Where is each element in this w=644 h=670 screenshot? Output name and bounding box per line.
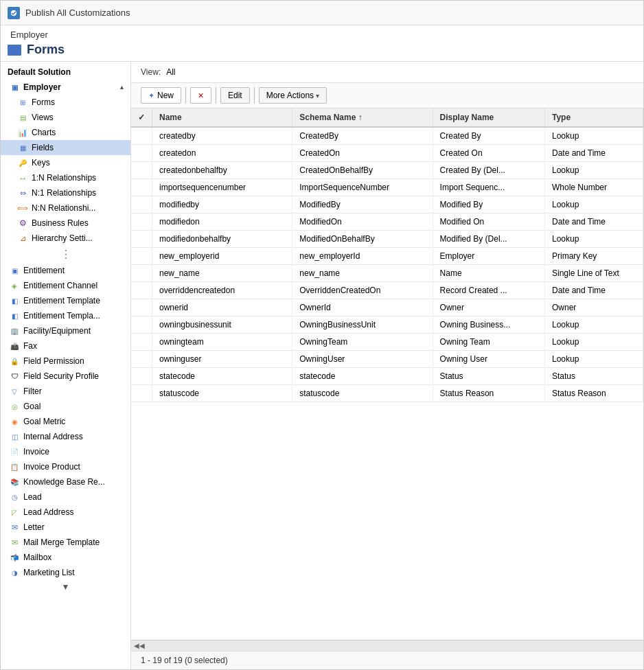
sidebar-item-views[interactable]: Views xyxy=(1,110,130,125)
employer-label: Employer xyxy=(23,82,61,92)
sidebar-item-letter[interactable]: Letter xyxy=(1,520,130,535)
sidebar-item-ent-template[interactable]: Entitlement Template xyxy=(1,293,130,308)
sidebar-item-goalmetric[interactable]: Goal Metric xyxy=(1,414,130,429)
table-row[interactable]: statecode statecode Status Status xyxy=(131,368,643,385)
sidebar-item-facility[interactable]: Facility/Equipment xyxy=(1,323,130,338)
sidebar-item-employer[interactable]: Employer ▲ xyxy=(1,80,130,95)
row-check-9[interactable] xyxy=(131,282,152,299)
row-check-0[interactable] xyxy=(131,127,152,145)
toolbar-separator-2 xyxy=(216,87,216,104)
row-schema-9: OverriddenCreatedOn xyxy=(292,282,433,299)
facility-label: Facility/Equipment xyxy=(23,326,91,336)
sidebar-item-fieldsec[interactable]: Field Security Profile xyxy=(1,369,130,384)
table-row[interactable]: createdby CreatedBy Created By Lookup xyxy=(131,127,643,145)
table-row[interactable]: ownerid OwnerId Owner Owner xyxy=(131,299,643,316)
row-check-8[interactable] xyxy=(131,265,152,282)
row-display-6: Modified By (Del... xyxy=(433,231,544,248)
col-name-label: Name xyxy=(159,113,182,122)
table-row[interactable]: owninguser OwningUser Owning User Lookup xyxy=(131,351,643,368)
row-check-11[interactable] xyxy=(131,316,152,334)
sidebar-item-hier[interactable]: Hierarchy Setti... xyxy=(1,231,130,246)
row-check-1[interactable] xyxy=(131,145,152,162)
sidebar-item-n1-rel[interactable]: N:1 Relationships xyxy=(1,185,130,200)
sidebar-item-entitlement[interactable]: Entitlement xyxy=(1,263,130,278)
col-header-schema[interactable]: Schema Name ↑ xyxy=(292,108,433,127)
table-row[interactable]: modifiedon ModifiedOn Modified On Date a… xyxy=(131,213,643,231)
table-row[interactable]: modifiedonbehalfby ModifiedOnBehalfBy Mo… xyxy=(131,231,643,248)
sidebar-item-fields[interactable]: Fields xyxy=(1,140,130,155)
table-row[interactable]: new_employerid new_employerId Employer P… xyxy=(131,248,643,265)
horizontal-scrollbar[interactable]: ◀ xyxy=(131,640,643,651)
scroll-left-arrow[interactable]: ◀ xyxy=(134,642,145,649)
table-row[interactable]: modifiedby ModifiedBy Modified By Lookup xyxy=(131,196,643,213)
table-row[interactable]: statuscode statuscode Status Reason Stat… xyxy=(131,385,643,402)
row-display-12: Owning Team xyxy=(433,334,544,351)
leadaddr-icon xyxy=(9,507,20,518)
kb-label: Knowledge Base Re... xyxy=(23,477,105,487)
table-row[interactable]: owningteam OwningTeam Owning Team Lookup xyxy=(131,334,643,351)
row-display-7: Employer xyxy=(433,248,544,265)
scroll-dots[interactable]: ⋮ xyxy=(60,248,71,261)
sidebar-item-1n-rel[interactable]: 1:N Relationships xyxy=(1,170,130,185)
col-schema-label: Schema Name ↑ xyxy=(299,113,362,122)
sidebar-item-mailbox[interactable]: Mailbox xyxy=(1,550,130,565)
row-check-10[interactable] xyxy=(131,299,152,316)
footer-summary: 1 - 19 of 19 (0 selected) xyxy=(141,656,228,665)
sidebar-item-leadaddr[interactable]: Lead Address xyxy=(1,505,130,520)
sidebar-item-intaddr[interactable]: Internal Address xyxy=(1,429,130,444)
row-check-6[interactable] xyxy=(131,231,152,248)
table-row[interactable]: createdon CreatedOn Created On Date and … xyxy=(131,145,643,162)
sidebar-item-invoiceprod[interactable]: Invoice Product xyxy=(1,459,130,474)
edit-button[interactable]: Edit xyxy=(220,87,250,104)
row-display-2: Created By (Del... xyxy=(433,162,544,179)
toolbar-separator-1 xyxy=(185,87,186,104)
row-check-2[interactable] xyxy=(131,162,152,179)
sidebar-item-forms[interactable]: Forms xyxy=(1,95,130,110)
row-check-15[interactable] xyxy=(131,385,152,402)
sidebar-item-nn-rel[interactable]: N:N Relationshi... xyxy=(1,200,130,216)
row-check-4[interactable] xyxy=(131,196,152,213)
sidebar-item-kb[interactable]: Knowledge Base Re... xyxy=(1,474,130,489)
sidebar-item-charts[interactable]: Charts xyxy=(1,125,130,140)
sidebar-item-lead[interactable]: Lead xyxy=(1,489,130,505)
col-header-display[interactable]: Display Name xyxy=(433,108,544,127)
sidebar-item-ent-templa2[interactable]: Entitlement Templa... xyxy=(1,308,130,323)
sidebar-scroll-down[interactable]: ▼ xyxy=(1,580,130,594)
more-actions-dropdown-icon xyxy=(316,91,319,100)
table-row[interactable]: createdonbehalfby CreatedOnBehalfBy Crea… xyxy=(131,162,643,179)
row-type-13: Lookup xyxy=(544,351,643,368)
sidebar-item-goal[interactable]: Goal xyxy=(1,399,130,414)
row-check-12[interactable] xyxy=(131,334,152,351)
new-button[interactable]: New xyxy=(141,87,181,104)
row-check-3[interactable] xyxy=(131,179,152,196)
sidebar-item-keys[interactable]: Keys xyxy=(1,155,130,170)
sidebar-item-ent-channel[interactable]: Entitlement Channel xyxy=(1,278,130,293)
data-table-container: ✓ Name Schema Name ↑ Display Name xyxy=(131,108,643,640)
delete-button[interactable] xyxy=(190,87,211,104)
sidebar-item-mailmerge[interactable]: Mail Merge Template xyxy=(1,535,130,550)
more-actions-button[interactable]: More Actions xyxy=(259,87,327,104)
row-schema-5: ModifiedOn xyxy=(292,213,433,231)
table-row[interactable]: owningbusinessunit OwningBusinessUnit Ow… xyxy=(131,316,643,334)
lead-icon xyxy=(9,492,20,502)
sidebar-item-mktlist[interactable]: Marketing List xyxy=(1,565,130,580)
row-check-13[interactable] xyxy=(131,351,152,368)
sidebar-item-biz-rules[interactable]: Business Rules xyxy=(1,216,130,231)
col-header-type[interactable]: Type xyxy=(544,108,643,127)
row-display-10: Owner xyxy=(433,299,544,316)
col-header-name[interactable]: Name xyxy=(152,108,292,127)
sidebar-item-fax[interactable]: Fax xyxy=(1,338,130,354)
sidebar-item-fieldperm[interactable]: Field Permission xyxy=(1,354,130,369)
row-type-10: Owner xyxy=(544,299,643,316)
row-check-5[interactable] xyxy=(131,213,152,231)
intaddr-icon xyxy=(9,431,20,442)
table-row[interactable]: importsequencenumber ImportSequenceNumbe… xyxy=(131,179,643,196)
row-schema-14: statecode xyxy=(292,368,433,385)
table-row[interactable]: overriddencreatedon OverriddenCreatedOn … xyxy=(131,282,643,299)
sidebar-item-filter[interactable]: Filter xyxy=(1,384,130,399)
table-row[interactable]: new_name new_name Name Single Line of Te… xyxy=(131,265,643,282)
row-check-7[interactable] xyxy=(131,248,152,265)
row-check-14[interactable] xyxy=(131,368,152,385)
col-header-check[interactable]: ✓ xyxy=(131,108,152,127)
sidebar-item-invoice[interactable]: Invoice xyxy=(1,444,130,459)
